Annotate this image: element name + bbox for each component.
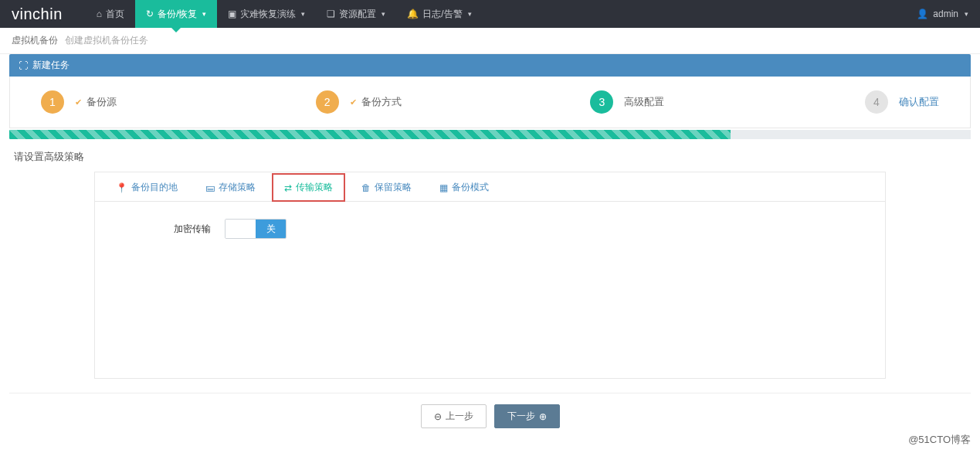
main-nav: ⌂ 首页 ↻ 备份/恢复 ▾ ▣ 灾难恢复演练 ▾ ❏ 资源配置 ▾ 🔔 日志/…	[86, 0, 483, 28]
breadcrumb: 虚拟机备份 创建虚拟机备份任务	[0, 28, 980, 54]
user-icon: 👤	[917, 9, 928, 19]
prev-button-label: 上一步	[446, 410, 473, 423]
step-4-number: 4	[865, 90, 888, 114]
tab-mode[interactable]: ▦ 备份模式	[428, 173, 500, 202]
nav-home[interactable]: ⌂ 首页	[86, 0, 135, 28]
nav-backup-label: 备份/恢复	[158, 8, 197, 21]
encrypt-label: 加密传输	[118, 223, 211, 236]
panel-title: ⛶ 新建任务	[9, 54, 971, 77]
nav-log-label: 日志/告警	[422, 8, 462, 21]
nav-resource-label: 资源配置	[339, 8, 376, 21]
step-2-number: 2	[316, 90, 339, 114]
breadcrumb-sub: 创建虚拟机备份任务	[65, 35, 148, 46]
nav-dr-label: 灾难恢复演练	[240, 8, 296, 21]
panel-title-text: 新建任务	[32, 59, 70, 72]
prev-button[interactable]: ⊖ 上一步	[421, 404, 487, 428]
nav-home-label: 首页	[106, 8, 124, 21]
tab-storage-label: 存储策略	[219, 181, 256, 194]
toggle-off-side: 关	[256, 220, 286, 238]
breadcrumb-main[interactable]: 虚拟机备份	[12, 35, 58, 46]
arrow-right-icon: ⊕	[539, 411, 547, 422]
step-4-label: 确认配置	[899, 95, 939, 109]
step-2-label: ✔ 备份方式	[350, 95, 402, 109]
trash-icon: 🗑	[361, 182, 371, 193]
watermark: @51CTO博客	[908, 433, 971, 447]
step-1-number: 1	[41, 90, 64, 114]
section-heading: 请设置高级策略	[9, 139, 971, 172]
step-1-label: ✔ 备份源	[75, 95, 117, 109]
transfer-icon: ⇄	[284, 182, 292, 193]
nav-resource[interactable]: ❏ 资源配置 ▾	[316, 0, 396, 28]
grid-icon: ▦	[439, 182, 448, 193]
next-button-label: 下一步	[507, 410, 535, 423]
nav-backup[interactable]: ↻ 备份/恢复 ▾	[135, 0, 217, 28]
progress-rest	[731, 130, 971, 139]
tab-transfer-label: 传输策略	[296, 181, 333, 194]
bell-icon: 🔔	[407, 9, 419, 19]
disk-icon: 🖴	[205, 182, 215, 193]
progress-bar	[9, 130, 971, 139]
tab-storage[interactable]: 🖴 存储策略	[194, 173, 267, 202]
progress-fill	[9, 130, 731, 139]
user-menu[interactable]: 👤 admin ▾	[917, 9, 968, 19]
arrow-left-icon: ⊖	[434, 411, 442, 422]
check-icon: ✔	[75, 97, 82, 107]
chevron-down-icon: ▾	[301, 10, 305, 18]
chevron-down-icon: ▾	[468, 10, 472, 18]
refresh-icon: ↻	[146, 9, 154, 19]
advanced-policy-panel: 📍 备份目的地 🖴 存储策略 ⇄ 传输策略 🗑 保留策略 ▦ 备份模式 加密传输	[94, 172, 886, 379]
check-icon: ✔	[350, 97, 357, 107]
next-button[interactable]: 下一步 ⊕	[494, 404, 560, 428]
nav-log[interactable]: 🔔 日志/告警 ▾	[396, 0, 482, 28]
step-3-label: 高级配置	[624, 95, 664, 109]
step-4: 4 确认配置	[865, 90, 939, 114]
step-3: 3 高级配置	[590, 90, 865, 114]
cube-icon: ⛶	[19, 60, 28, 71]
step-3-number: 3	[590, 90, 613, 114]
chevron-down-icon: ▾	[202, 10, 206, 18]
brand-logo: vinchin	[12, 5, 63, 23]
tab-transfer[interactable]: ⇄ 传输策略	[272, 173, 345, 202]
nav-dr[interactable]: ▣ 灾难恢复演练 ▾	[217, 0, 316, 28]
chevron-down-icon: ▾	[381, 10, 385, 18]
wizard-steps: 1 ✔ 备份源 2 ✔ 备份方式 3 高级配置 4 确认配置	[9, 77, 971, 128]
toggle-on-side	[226, 220, 256, 238]
chevron-down-icon: ▾	[965, 10, 968, 18]
wizard-footer: ⊖ 上一步 下一步 ⊕	[9, 393, 971, 439]
tab-content: 加密传输 关	[95, 202, 885, 378]
user-name: admin	[933, 9, 958, 19]
pin-icon: 📍	[116, 182, 127, 193]
encrypt-toggle[interactable]: 关	[225, 219, 287, 239]
policy-tabs: 📍 备份目的地 🖴 存储策略 ⇄ 传输策略 🗑 保留策略 ▦ 备份模式	[95, 172, 885, 202]
tab-destination-label: 备份目的地	[131, 181, 178, 194]
tab-destination[interactable]: 📍 备份目的地	[104, 173, 189, 202]
home-icon: ⌂	[97, 9, 102, 19]
tab-retain-label: 保留策略	[375, 181, 412, 194]
step-2: 2 ✔ 备份方式	[316, 90, 591, 114]
server-icon: ❏	[327, 9, 335, 19]
tab-retain[interactable]: 🗑 保留策略	[350, 173, 423, 202]
tab-mode-label: 备份模式	[452, 181, 489, 194]
topbar: vinchin ⌂ 首页 ↻ 备份/恢复 ▾ ▣ 灾难恢复演练 ▾ ❏ 资源配置…	[0, 0, 980, 28]
step-1: 1 ✔ 备份源	[41, 90, 316, 114]
screen-icon: ▣	[228, 9, 236, 19]
